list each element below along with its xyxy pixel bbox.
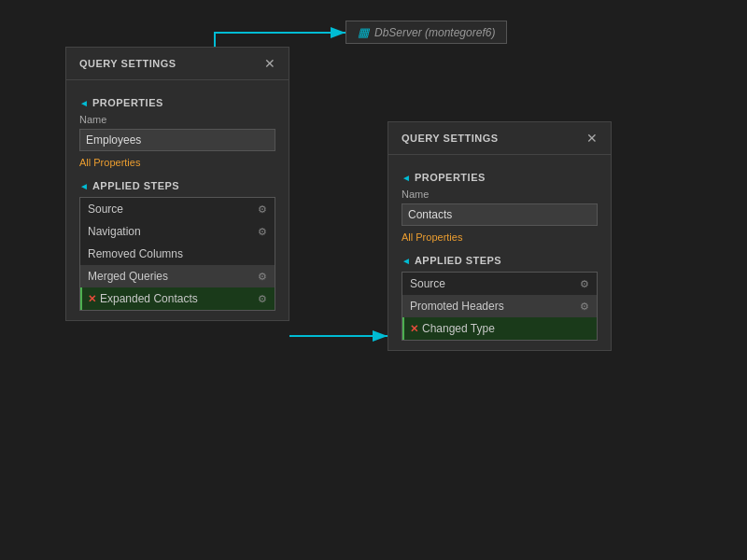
left-applied-steps-section-title: APPLIED STEPS: [92, 180, 179, 191]
step-gear-icon[interactable]: ⚙: [580, 278, 589, 290]
step-item[interactable]: ✕Changed Type: [402, 317, 597, 340]
left-panel-close-button[interactable]: ✕: [264, 57, 275, 70]
left-steps-arrow-icon: ◄: [79, 181, 89, 191]
left-properties-arrow-icon: ◄: [79, 98, 89, 108]
step-label: Changed Type: [422, 322, 495, 335]
step-item-left: ✕Changed Type: [410, 322, 495, 335]
right-properties-arrow-icon: ◄: [402, 173, 411, 183]
step-error-icon: ✕: [88, 293, 96, 305]
step-gear-icon[interactable]: ⚙: [258, 293, 267, 305]
left-panel-title: QUERY SETTINGS: [79, 58, 176, 69]
step-label: Expanded Contacts: [100, 292, 198, 305]
left-steps-list: Source⚙Navigation⚙Removed ColumnsMerged …: [79, 197, 275, 311]
right-all-properties-link[interactable]: All Properties: [402, 231, 462, 243]
step-label: Source: [88, 203, 123, 216]
step-label: Removed Columns: [88, 247, 183, 260]
step-item-left: Source: [410, 277, 445, 290]
step-item[interactable]: Merged Queries⚙: [80, 265, 275, 287]
left-properties-section-title: PROPERTIES: [92, 97, 163, 108]
left-name-input[interactable]: [79, 129, 275, 151]
step-gear-icon[interactable]: ⚙: [580, 301, 589, 313]
right-panel-header: QUERY SETTINGS ✕: [388, 122, 611, 155]
step-error-icon: ✕: [410, 323, 418, 335]
right-query-panel: QUERY SETTINGS ✕ ◄ PROPERTIES Name All P…: [388, 121, 612, 351]
right-name-input[interactable]: [402, 203, 598, 226]
db-server-label: DbServer (montegoref6): [374, 26, 495, 39]
step-label: Source: [410, 277, 445, 290]
left-applied-steps-section-header: ◄ APPLIED STEPS: [79, 180, 275, 191]
left-name-label: Name: [79, 114, 275, 125]
left-all-properties-link[interactable]: All Properties: [79, 157, 140, 168]
left-panel-header: QUERY SETTINGS ✕: [66, 48, 289, 80]
right-panel-close-button[interactable]: ✕: [586, 132, 598, 145]
step-item[interactable]: Promoted Headers⚙: [402, 295, 597, 317]
left-properties-section-header: ◄ PROPERTIES: [79, 97, 275, 108]
right-properties-section-header: ◄ PROPERTIES: [402, 172, 598, 183]
step-gear-icon[interactable]: ⚙: [258, 203, 267, 216]
step-label: Merged Queries: [88, 270, 168, 283]
left-panel-body: ◄ PROPERTIES Name All Properties ◄ APPLI…: [66, 80, 289, 320]
step-item-left: Source: [88, 203, 123, 216]
step-item[interactable]: Source⚙: [402, 273, 597, 295]
right-name-label: Name: [402, 189, 598, 200]
right-panel-body: ◄ PROPERTIES Name All Properties ◄ APPLI…: [388, 155, 611, 350]
right-panel-title: QUERY SETTINGS: [402, 133, 499, 144]
step-item-left: Removed Columns: [88, 247, 183, 260]
right-applied-steps-section-title: APPLIED STEPS: [415, 255, 501, 266]
right-steps-arrow-icon: ◄: [402, 256, 411, 266]
right-steps-list: Source⚙Promoted Headers⚙✕Changed Type: [402, 272, 598, 341]
right-applied-steps-section-header: ◄ APPLIED STEPS: [402, 255, 598, 266]
step-gear-icon[interactable]: ⚙: [258, 271, 267, 283]
step-item[interactable]: Navigation⚙: [80, 220, 275, 243]
step-item-left: ✕Expanded Contacts: [88, 292, 198, 305]
step-label: Navigation: [88, 225, 141, 238]
step-item[interactable]: Source⚙: [80, 198, 275, 220]
db-icon: ▦: [358, 25, 369, 39]
step-item[interactable]: Removed Columns: [80, 243, 275, 265]
right-properties-section-title: PROPERTIES: [415, 172, 486, 183]
step-item-left: Merged Queries: [88, 270, 168, 283]
step-label: Promoted Headers: [410, 300, 504, 313]
step-gear-icon[interactable]: ⚙: [258, 226, 267, 238]
step-item[interactable]: ✕Expanded Contacts⚙: [80, 287, 275, 310]
db-server-box: ▦ DbServer (montegoref6): [345, 21, 507, 44]
left-query-panel: QUERY SETTINGS ✕ ◄ PROPERTIES Name All P…: [65, 47, 289, 321]
step-item-left: Promoted Headers: [410, 300, 504, 313]
step-item-left: Navigation: [88, 225, 141, 238]
